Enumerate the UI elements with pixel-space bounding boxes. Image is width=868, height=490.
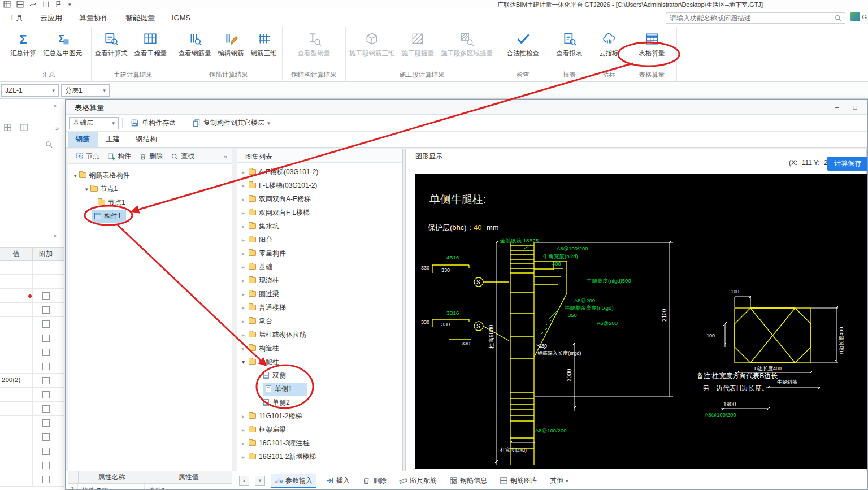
chevron-right-icon[interactable] — [242, 439, 249, 447]
atlas-tree-item[interactable]: 普通楼梯 — [237, 301, 402, 314]
checkbox[interactable] — [42, 377, 50, 384]
legality-check-button[interactable]: 合法性检查 — [504, 30, 543, 59]
view-rebar-qty-button[interactable]: 查看钢筋量 — [175, 30, 215, 59]
scale-rebar-button[interactable]: 缩尺配筋 — [396, 474, 440, 487]
chevron-right-icon[interactable] — [242, 331, 249, 339]
tree-item-node[interactable]: 节点1 — [68, 182, 232, 196]
checkbox[interactable] — [42, 433, 50, 441]
checkbox[interactable] — [42, 419, 50, 427]
menu-tools[interactable]: 工具 — [0, 13, 32, 23]
layers-icon[interactable] — [3, 123, 12, 133]
search-icon[interactable] — [835, 15, 841, 21]
checkbox[interactable] — [42, 476, 50, 483]
chevron-right-icon[interactable] — [242, 290, 249, 298]
chevron-right-icon[interactable] — [242, 317, 249, 325]
cad-canvas[interactable]: 单侧牛腿柱: 保护层(bhc)： 40 mm 全部纵筋:18B25 A8@100… — [415, 174, 867, 469]
curve-icon[interactable] — [29, 1, 37, 8]
element-select[interactable]: JZL-1 — [1, 84, 59, 97]
close-button[interactable] — [865, 102, 868, 113]
section-quantity-button[interactable]: 施工段提量 — [398, 30, 438, 59]
chevron-down-icon[interactable] — [85, 185, 90, 193]
chevron-down-icon[interactable] — [74, 171, 79, 179]
menu-cloud-apps[interactable]: 云应用 — [32, 13, 71, 23]
dialog-title-bar[interactable]: 表格算量 — [66, 100, 867, 115]
atlas-tree-item[interactable]: A-E楼梯(03G101-2) — [237, 165, 402, 179]
atlas-tree-item[interactable]: 16G101-3灌注桩 — [237, 436, 402, 450]
atlas-tree-item[interactable]: F-L楼梯(03G101-2) — [237, 179, 402, 192]
view-formula-button[interactable]: 查看计算式 — [92, 30, 131, 59]
chevron-right-icon[interactable] — [242, 263, 249, 271]
checkbox[interactable] — [42, 320, 50, 328]
section-multi-quantity-button[interactable]: 施工段多区域提量 — [437, 30, 496, 59]
atlas-tree-item[interactable]: 零星构件 — [237, 246, 402, 260]
checkbox[interactable] — [42, 448, 50, 455]
table-edit-icon[interactable] — [16, 1, 24, 8]
calc-save-button[interactable]: 计算保存 — [827, 157, 868, 171]
tab-steel[interactable]: 钢结构 — [128, 132, 165, 147]
chevron-right-icon[interactable] — [242, 426, 249, 433]
move-up-button[interactable]: ▲ — [239, 476, 249, 486]
checkbox[interactable] — [42, 306, 50, 314]
atlas-tree-item[interactable]: 单侧2 — [237, 396, 402, 409]
atlas-tree-item-corbel-column[interactable]: 牛腿柱 — [237, 355, 402, 368]
chevron-right-icon[interactable] — [242, 222, 249, 230]
find-button[interactable]: 查找 — [168, 150, 197, 162]
property-row[interactable]: 1 构件名称 构件1 — [68, 484, 232, 490]
checkbox[interactable] — [42, 405, 50, 413]
checkbox[interactable] — [42, 335, 50, 342]
chevron-right-icon[interactable] — [242, 181, 249, 189]
table-calc-button[interactable]: 表格算量 — [636, 30, 669, 59]
tree-item-component-selected[interactable]: 构件1 — [68, 209, 232, 223]
other-button[interactable]: 其他 ▾ — [546, 474, 572, 487]
view-quantity-button[interactable]: 查看工程量 — [131, 30, 171, 59]
flag-icon[interactable] — [55, 1, 63, 8]
atlas-tree-item[interactable]: 圈过梁 — [237, 287, 402, 301]
atlas-tree-item[interactable]: 基础 — [237, 260, 402, 274]
add-component-button[interactable]: 构件 — [105, 150, 134, 162]
param-input-button[interactable]: ae 参数输入 — [271, 474, 316, 488]
atlas-tree-item[interactable]: 阳台 — [237, 233, 402, 246]
summary-calc-button[interactable]: Σ 汇总计算 — [7, 30, 40, 59]
close-icon[interactable]: × — [53, 232, 57, 239]
atlas-tree-item[interactable]: 框架扁梁 — [237, 423, 402, 436]
checkbox[interactable] — [42, 391, 50, 398]
delete-row-button[interactable]: 删除 — [359, 474, 390, 487]
rebar-3d-button[interactable]: 钢筋三维 — [248, 30, 280, 59]
atlas-tree-item[interactable]: 16G101-2新增楼梯 — [237, 450, 402, 463]
checkbox[interactable] — [42, 349, 50, 356]
chevron-right-icon[interactable] — [242, 412, 249, 420]
chevron-right-icon[interactable]: » — [224, 153, 227, 160]
checkbox[interactable] — [42, 462, 50, 469]
atlas-tree-item[interactable]: 双侧 — [237, 368, 402, 382]
rebar-info-button[interactable]: 钢筋信息 — [446, 474, 491, 487]
user-avatar[interactable]: G — [850, 12, 867, 21]
atlas-tree-item[interactable]: 构造柱 — [237, 341, 402, 355]
checkbox[interactable] — [42, 292, 50, 300]
grid-icon[interactable] — [3, 1, 11, 8]
edit-rebar-button[interactable]: 编辑钢筋 — [215, 30, 248, 59]
cloud-index-button[interactable]: 云指标 — [596, 30, 622, 59]
view-report-button[interactable]: 查看报表 — [553, 30, 586, 59]
tree-item-root[interactable]: 钢筋表格构件 — [68, 168, 232, 182]
delete-button[interactable]: 删除 — [136, 150, 166, 162]
chevron-right-icon[interactable] — [242, 236, 249, 244]
rebar-library-button[interactable]: 钢筋图库 — [496, 474, 541, 487]
summary-selected-button[interactable]: Σ 汇总选中图元 — [40, 30, 85, 59]
chevron-right-icon[interactable] — [242, 209, 249, 216]
function-search-box[interactable] — [666, 12, 845, 24]
atlas-tree-item[interactable]: 双网双向A-E楼梯 — [237, 192, 402, 206]
search-icon[interactable] — [45, 141, 53, 150]
move-down-button[interactable]: ▼ — [255, 476, 265, 486]
chevron-right-icon[interactable] — [242, 168, 249, 176]
chevron-right-icon[interactable] — [242, 195, 249, 203]
add-node-button[interactable]: 节点 — [73, 150, 102, 162]
atlas-tree-item[interactable]: 承台 — [237, 314, 402, 328]
function-search-input[interactable] — [666, 14, 835, 22]
menu-igms[interactable]: IGMS — [163, 14, 199, 22]
chevron-right-icon[interactable]: » — [55, 125, 59, 132]
copy-component-button[interactable]: 复制构件到其它楼层 ▾ — [188, 116, 275, 129]
chevron-right-icon[interactable] — [242, 344, 249, 352]
chevron-right-icon[interactable] — [242, 303, 249, 311]
atlas-tree-item[interactable]: 现浇柱 — [237, 274, 402, 287]
menu-smart-quantity[interactable]: 智能提量 — [117, 13, 163, 23]
